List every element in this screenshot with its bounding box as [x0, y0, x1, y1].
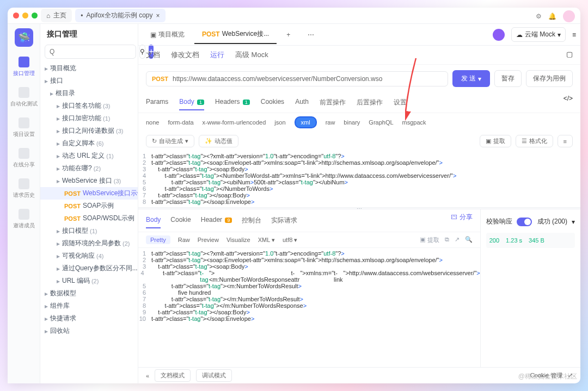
app-logo[interactable]: 🛸 — [15, 28, 33, 47]
mock-select[interactable]: ☁ 云端 Mock ▾ — [511, 27, 566, 42]
param-tab[interactable]: Auth — [295, 95, 309, 110]
tree-row[interactable]: ▸接口之间传递数据(3) — [40, 125, 138, 137]
url-text[interactable]: https://www.dataaccess.com/webservicesse… — [173, 75, 382, 83]
nav-share[interactable]: 在线分享 — [13, 148, 35, 169]
subtab[interactable]: 高级 Mock — [235, 50, 268, 60]
tree-row[interactable]: POSTWebService接口示例 — [40, 187, 138, 200]
body-type-binary[interactable]: binary — [344, 119, 360, 126]
max-dot[interactable] — [32, 13, 38, 18]
tree-row[interactable]: ▸数据模型 — [40, 287, 138, 300]
collapse-icon[interactable]: « — [146, 373, 149, 379]
close-dot[interactable] — [13, 13, 19, 18]
resp-tab[interactable]: Body — [146, 213, 161, 228]
format-button[interactable]: ☰ 格式化 — [516, 135, 553, 147]
param-tab[interactable]: Body 1 — [179, 95, 204, 110]
subtab[interactable]: 修改文档 — [171, 50, 199, 60]
subtab[interactable]: 运行 — [210, 50, 224, 60]
tree-row[interactable]: ▸接口加密功能(1) — [40, 112, 138, 125]
send-button[interactable]: 发 送 ▾ — [452, 70, 490, 87]
tree-row[interactable]: ▸组件库 — [40, 300, 138, 312]
resp-view[interactable]: Preview — [198, 237, 219, 243]
close-icon[interactable]: × — [156, 12, 160, 20]
tree-row[interactable]: ▸接口 — [40, 75, 138, 87]
dynamic-button[interactable]: ✨ 动态值 — [199, 135, 238, 147]
response-editor[interactable]: 1t-attr">class="t-tag"><?xml t-attr">ver… — [138, 248, 480, 324]
param-tab[interactable]: 后置操作 — [357, 95, 383, 110]
subtab[interactable]: 文档 — [146, 50, 160, 60]
body-type-none[interactable]: none — [146, 119, 159, 126]
body-type-GraphQL[interactable]: GraphQL — [369, 119, 393, 126]
tree-row[interactable]: ▸自定义脚本(6) — [40, 137, 138, 150]
share-button[interactable]: ⮹ 分享 — [451, 213, 472, 228]
save-as-button[interactable]: 保存为用例 — [526, 70, 573, 87]
nav-settings[interactable]: 项目设置 — [13, 117, 35, 138]
settings-icon[interactable]: ⚙ — [536, 13, 542, 20]
tree-row[interactable]: ▸WebService 接口(3) — [40, 175, 138, 187]
tree-row[interactable]: ▸根目录 — [40, 87, 138, 100]
body-type-msgpack[interactable]: msgpack — [402, 119, 426, 126]
tab-overview[interactable]: ▣ 项目概览 — [143, 26, 192, 44]
env-indicator[interactable] — [493, 29, 505, 41]
resp-tab[interactable]: Cookie — [170, 213, 191, 228]
validate-toggle[interactable] — [517, 218, 532, 226]
tree-row[interactable]: ▸动态 URL 定义(1) — [40, 150, 138, 162]
min-dot[interactable] — [22, 13, 28, 18]
resp-view[interactable]: Pretty — [146, 235, 170, 244]
resp-tab[interactable]: 实际请求 — [271, 213, 297, 228]
resp-view[interactable]: XML ▾ — [258, 237, 275, 244]
extract-button[interactable]: ▣ 提取 — [480, 135, 511, 147]
avatar[interactable] — [563, 10, 575, 22]
body-type-x-www-form-urlencoded[interactable]: x-www-form-urlencoded — [203, 119, 266, 126]
resp-view[interactable]: Visualize — [226, 237, 250, 243]
open-icon[interactable]: ↗ — [455, 236, 460, 244]
nav-invite[interactable]: 邀请成员 — [13, 209, 35, 229]
body-type-form-data[interactable]: form-data — [168, 119, 193, 126]
save-temp-button[interactable]: 暂存 — [494, 70, 522, 87]
tree-row[interactable]: ▸快捷请求 — [40, 312, 138, 325]
tab-more[interactable]: ⋯ — [300, 27, 322, 43]
tab-home[interactable]: ⌂ 主页 — [41, 9, 72, 22]
copy-icon[interactable]: ⧉ — [445, 236, 449, 244]
param-tab[interactable]: Params — [146, 95, 168, 110]
search-input[interactable] — [45, 45, 136, 59]
extract2[interactable]: ▣ 提取 — [420, 236, 439, 244]
nav-autotest[interactable]: 自动化测试 — [10, 87, 38, 108]
menu-icon[interactable]: ≡ — [572, 31, 576, 39]
panel-icon[interactable]: ▢ — [566, 50, 573, 60]
resp-tab[interactable]: Header 9 — [201, 213, 232, 228]
tree-row[interactable]: ▸项目概览 — [40, 62, 138, 75]
resp-view[interactable]: utf8 ▾ — [283, 237, 297, 244]
tree-row[interactable]: ▸URL 编码(2) — [40, 275, 138, 287]
debug-mode-button[interactable]: 调试模式 — [196, 369, 232, 382]
bell-icon[interactable]: 🔔 — [548, 13, 556, 20]
tab-add[interactable]: + — [279, 27, 298, 43]
tree-row[interactable]: ▸可视化响应(4) — [40, 250, 138, 262]
more-icon[interactable]: ≡ — [558, 135, 573, 147]
chevron-down-icon[interactable]: ▾ — [572, 218, 575, 226]
tree-row[interactable]: ▸功能在哪?(2) — [40, 162, 138, 175]
resp-view[interactable]: Raw — [178, 237, 190, 243]
param-tab[interactable]: Headers 1 — [215, 95, 250, 110]
request-editor[interactable]: 1t-attr">class="t-tag"><?xml t-attr">ver… — [138, 151, 580, 207]
tab-request[interactable]: POST WebService接... — [194, 25, 277, 44]
param-tab[interactable]: Cookies — [261, 95, 284, 110]
code-icon[interactable]: </> — [564, 95, 573, 110]
body-type-xml[interactable]: xml — [295, 116, 317, 128]
url-box[interactable]: POST https://www.dataaccess.com/webservi… — [146, 71, 448, 86]
search-icon[interactable]: 🔍 — [465, 236, 473, 244]
doc-mode-button[interactable]: 文档模式 — [155, 369, 191, 382]
method-badge[interactable]: POST — [152, 76, 168, 82]
param-tab[interactable]: 设置 — [394, 95, 407, 110]
tree-row[interactable]: POSTSOAP/WSDL示例 — [40, 212, 138, 225]
nav-history[interactable]: 请求历史 — [13, 178, 35, 199]
tree-row[interactable]: ▸接口签名功能(3) — [40, 100, 138, 112]
tree-row[interactable]: POSTSOAP示例 — [40, 200, 138, 212]
tab-active[interactable]: • Apifox全功能示例 copy × — [75, 9, 165, 22]
body-type-raw[interactable]: raw — [326, 119, 335, 126]
tree-row[interactable]: ▸跟随环境的全局参数(2) — [40, 237, 138, 250]
tree-row[interactable]: ▸通过Query参数区分不同...(1) — [40, 262, 138, 275]
resp-tab[interactable]: 控制台 — [242, 213, 261, 228]
param-tab[interactable]: 前置操作 — [320, 95, 346, 110]
autogen-button[interactable]: ↻ 自动生成 ▾ — [146, 135, 194, 147]
body-type-json[interactable]: json — [274, 119, 285, 126]
